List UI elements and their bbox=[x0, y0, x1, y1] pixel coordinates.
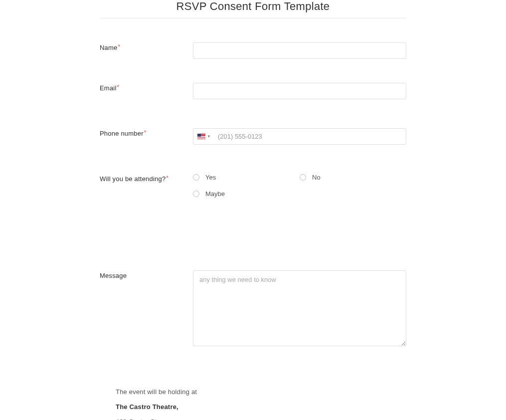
event-venue: The Castro Theatre, bbox=[116, 403, 406, 411]
label-email-text: Email bbox=[100, 84, 117, 92]
radio-item-no[interactable]: No bbox=[300, 174, 406, 181]
required-star-icon: * bbox=[144, 129, 147, 136]
label-message-text: Message bbox=[100, 272, 127, 279]
email-input[interactable] bbox=[193, 83, 406, 99]
row-email: Email* bbox=[100, 83, 406, 99]
phone-placeholder: (201) 555-0123 bbox=[218, 133, 262, 140]
form-title: RSVP Consent Form Template bbox=[100, 0, 406, 18]
label-name-text: Name bbox=[100, 44, 117, 51]
label-name: Name* bbox=[100, 42, 193, 59]
chevron-down-icon: ▼ bbox=[207, 134, 211, 139]
radio-item-yes[interactable]: Yes bbox=[193, 174, 300, 181]
field-attending: Yes No Maybe bbox=[193, 174, 406, 207]
row-name: Name* bbox=[100, 42, 406, 59]
radio-label-maybe: Maybe bbox=[205, 190, 225, 198]
us-flag-icon bbox=[197, 134, 205, 139]
phone-input[interactable]: ▼ (201) 555-0123 bbox=[193, 128, 406, 145]
event-intro: The event will be holding at bbox=[116, 388, 406, 396]
label-phone: Phone number* bbox=[100, 128, 193, 145]
rsvp-form: RSVP Consent Form Template Name* Email* … bbox=[100, 0, 406, 420]
row-attending: Will you be attending?* Yes No Maybe bbox=[100, 174, 406, 207]
event-street: 429 Castro St, bbox=[116, 418, 406, 420]
field-message bbox=[193, 270, 406, 348]
label-attending-text: Will you be attending? bbox=[100, 175, 166, 183]
field-email bbox=[193, 83, 406, 99]
radio-item-maybe[interactable]: Maybe bbox=[193, 190, 300, 198]
name-input[interactable] bbox=[193, 42, 406, 59]
label-message: Message bbox=[100, 270, 193, 348]
country-flag-select[interactable]: ▼ bbox=[197, 134, 213, 139]
required-star-icon: * bbox=[118, 43, 120, 50]
radio-label-yes: Yes bbox=[205, 174, 216, 181]
field-phone: ▼ (201) 555-0123 bbox=[193, 128, 406, 145]
label-attending: Will you be attending?* bbox=[100, 174, 193, 207]
radio-circle-icon bbox=[300, 174, 306, 181]
label-email: Email* bbox=[100, 83, 193, 99]
radio-circle-icon bbox=[193, 191, 199, 197]
field-name bbox=[193, 42, 406, 59]
required-star-icon: * bbox=[166, 175, 169, 182]
row-message: Message bbox=[100, 270, 406, 348]
row-phone: Phone number* ▼ (201) 555-0123 bbox=[100, 128, 406, 145]
radio-label-no: No bbox=[312, 174, 321, 181]
message-textarea[interactable] bbox=[193, 270, 406, 346]
radio-circle-icon bbox=[193, 174, 199, 181]
radio-group-attending: Yes No Maybe bbox=[193, 174, 406, 207]
required-star-icon: * bbox=[117, 84, 120, 91]
label-phone-text: Phone number bbox=[100, 130, 144, 137]
event-info: The event will be holding at The Castro … bbox=[100, 388, 406, 420]
